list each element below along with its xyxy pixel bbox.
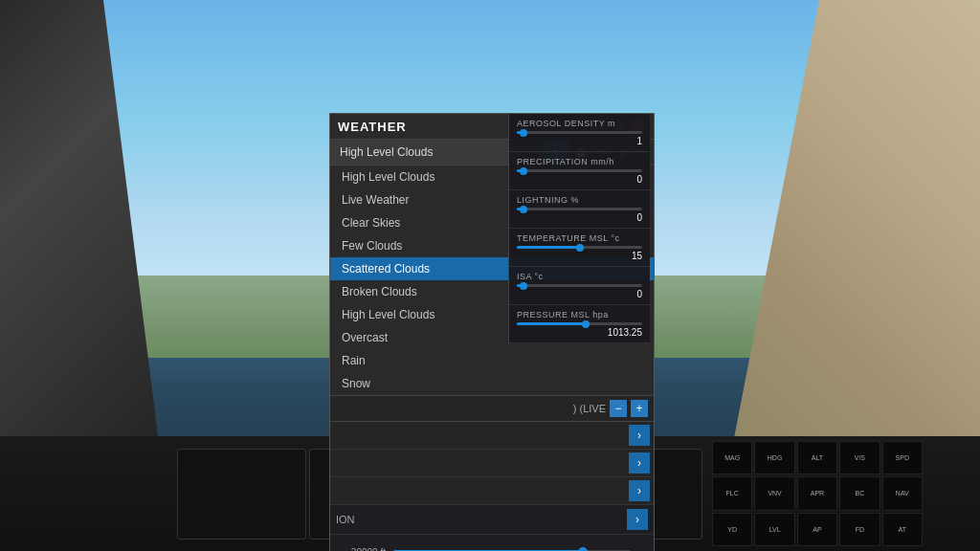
inst-item: AT	[882, 513, 923, 546]
expand-arrow-3[interactable]: ›	[629, 480, 650, 501]
precipitation-slider[interactable]	[517, 169, 642, 172]
stat-label-pressure: PRESSURE MSL hpa	[517, 310, 642, 320]
stat-aerosol-density: AEROSOL DENSITY m 1	[509, 114, 650, 152]
temperature-value: 15	[517, 251, 642, 261]
inst-item: AP	[797, 513, 837, 546]
stat-label-isa: ISA °c	[517, 272, 642, 281]
lightning-value: 0	[517, 212, 642, 223]
aerosol-value: 1	[517, 136, 642, 146]
right-instruments: MAG HDG ALT V/S SPD FLC VNV APR BC NAV Y…	[712, 441, 923, 546]
inst-item: BC	[839, 476, 880, 510]
weather-panel-title: WEATHER	[338, 120, 407, 134]
altitude-thumb	[578, 547, 588, 551]
altitude-label-30000: 30000 ft	[336, 547, 386, 552]
isa-value: 0	[517, 289, 642, 299]
instrument-1	[177, 449, 306, 540]
stat-temperature: TEMPERATURE MSL °c 15	[509, 229, 650, 267]
inst-item: SPD	[882, 441, 923, 474]
expand-arrow-1[interactable]: ›	[629, 425, 650, 446]
isa-slider[interactable]	[517, 284, 642, 287]
stats-panel: AEROSOL DENSITY m 1 PRECIPITATION mm/h 0…	[508, 114, 650, 343]
precipitation-value: 0	[517, 174, 642, 185]
stat-isa: ISA °c 0	[509, 267, 650, 305]
arrow-row-3: ›	[330, 477, 654, 505]
stat-label-temperature: TEMPERATURE MSL °c	[517, 233, 642, 243]
minus-button[interactable]: −	[610, 400, 627, 417]
pressure-value: 1013.25	[517, 327, 642, 338]
inst-item: APR	[797, 476, 837, 510]
ion-row: ION ›	[330, 505, 654, 535]
stat-label-aerosol: AEROSOL DENSITY m	[517, 119, 642, 128]
main-content-area: 30000 ft ☁ 20000 ft ☁	[330, 535, 654, 551]
stat-pressure: PRESSURE MSL hpa 1013.25	[509, 305, 650, 343]
expand-arrow-2[interactable]: ›	[629, 452, 650, 474]
ion-expand-arrow[interactable]: ›	[627, 509, 648, 530]
stat-label-lightning: LIGHTNING %	[517, 195, 642, 205]
inst-item: V/S	[839, 441, 880, 474]
temperature-slider[interactable]	[517, 246, 642, 249]
plus-button[interactable]: +	[631, 400, 648, 417]
dropdown-item-snow[interactable]: Snow	[330, 372, 654, 395]
altitude-slider-30000[interactable]	[393, 542, 631, 551]
inst-item: NAV	[882, 476, 923, 510]
inst-item: FD	[839, 513, 880, 546]
stat-precipitation: PRECIPITATION mm/h 0	[509, 152, 650, 190]
inst-item: MAG	[712, 441, 752, 474]
inst-item: YD	[712, 513, 752, 546]
altitude-sliders: 30000 ft ☁ 20000 ft ☁	[330, 535, 654, 551]
inst-item: HDG	[754, 441, 794, 474]
arrow-row-2: ›	[330, 450, 654, 477]
live-label: ) (LIVE	[573, 403, 606, 414]
pressure-slider[interactable]	[517, 322, 642, 325]
cloud-icon-1: ☁	[636, 545, 648, 551]
aerosol-slider[interactable]	[517, 131, 642, 134]
dropdown-item-rain[interactable]: Rain	[330, 349, 654, 372]
inst-item: ALT	[797, 441, 837, 474]
altitude-row-30000: 30000 ft ☁	[336, 542, 648, 551]
inst-item: VNV	[754, 476, 794, 510]
stat-label-precipitation: PRECIPITATION mm/h	[517, 157, 642, 166]
inst-item: FLC	[712, 476, 752, 510]
weather-panel: WEATHER — ⧉ ✕ High Level Clouds ▼ 💾 ⧉ 🗑 …	[329, 113, 655, 551]
lightning-slider[interactable]	[517, 208, 642, 210]
stat-lightning: LIGHTNING % 0	[509, 190, 650, 229]
inst-item: LVL	[754, 513, 794, 546]
ion-label: ION	[336, 514, 355, 525]
arrow-row-1: ›	[330, 422, 654, 450]
live-controls-row: ) (LIVE − +	[330, 396, 654, 422]
